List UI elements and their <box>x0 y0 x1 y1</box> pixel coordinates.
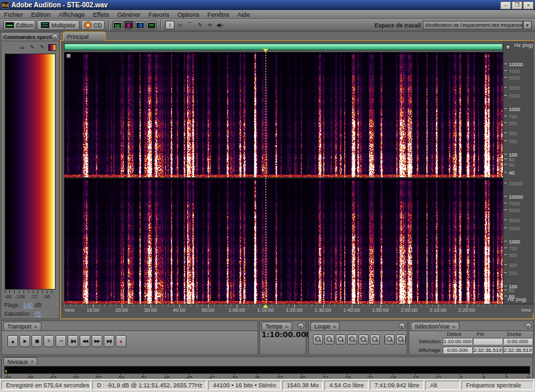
go-to-end-button[interactable]: ▶▮ <box>104 335 114 347</box>
spectral-frequency-display-button[interactable] <box>124 21 134 29</box>
overview-navigation-bar[interactable] <box>64 43 503 50</box>
panel-menu-icon[interactable]: ▸ <box>51 33 58 40</box>
workspace-dropdown-arrow-icon[interactable]: ▼ <box>523 21 532 29</box>
zoom-to-left-edge-button[interactable] <box>385 334 395 345</box>
time-display[interactable]: 1:10:00.000 <box>261 330 306 339</box>
scrub-tool[interactable]: ◀× <box>215 21 225 29</box>
spectrogram-right-channel[interactable] <box>64 179 503 304</box>
dock-grip-icon[interactable] <box>506 45 510 50</box>
menu-edition[interactable]: Edition <box>27 11 55 18</box>
field-affichage-1[interactable]: 2:32:36.519 <box>473 347 502 353</box>
close-icon[interactable]: × <box>452 324 455 330</box>
zoom-out-full-icon <box>338 336 344 342</box>
close-icon[interactable]: × <box>34 324 37 330</box>
selection-view-tab[interactable]: Sélection/Vue × <box>411 322 459 330</box>
close-icon[interactable]: × <box>31 359 34 365</box>
spectral-pan-display-button[interactable] <box>135 21 145 29</box>
edit-point-alt-icon[interactable]: ✎ <box>38 44 46 51</box>
multitrack-icon <box>41 22 49 28</box>
workspace-select[interactable]: Modification de l'espacement des fréquen… <box>423 21 523 29</box>
menu-fichier[interactable]: Fichier <box>0 11 27 18</box>
range-value[interactable]: 140 <box>23 302 33 308</box>
cd-label: CD <box>94 22 102 29</box>
menu-options[interactable]: Options <box>173 11 203 18</box>
edition-view-button[interactable]: Edition <box>3 20 35 30</box>
menu-effets[interactable]: Effets <box>89 11 113 18</box>
menu-aide[interactable]: Aide <box>233 11 254 18</box>
zoom-tab[interactable]: Loupe × <box>310 322 340 330</box>
panel-menu-icon[interactable]: ▸ <box>298 322 304 329</box>
panel-menu-icon[interactable]: ▸ <box>399 322 405 329</box>
zoom-to-right-edge-button[interactable] <box>396 334 406 345</box>
playhead-line[interactable] <box>265 52 266 304</box>
close-icon[interactable]: × <box>285 324 288 330</box>
frequency-tick <box>504 164 507 165</box>
gradient-swatch-icon[interactable] <box>48 44 56 51</box>
tab-principal[interactable]: Principal <box>63 31 106 41</box>
spectral-phase-display-button[interactable] <box>146 21 156 29</box>
time-ruler[interactable]: hms hms 10:0020:0030:0040:0050:001:00:00… <box>62 304 534 313</box>
spectrogram-left-channel[interactable] <box>64 52 503 177</box>
zoom-in-horizontal-icon: + <box>315 336 321 342</box>
frequency-label: 7000 <box>509 68 520 74</box>
close-icon[interactable]: × <box>333 324 336 330</box>
marquee-selection-tool[interactable]: ▭ <box>175 21 185 29</box>
frequency-label: 2000 <box>509 93 520 99</box>
stop-button[interactable]: ■ <box>7 335 18 347</box>
maximize-button[interactable]: ❐ <box>512 1 522 9</box>
play-button[interactable]: ▶ <box>19 335 30 347</box>
zoom-to-selection-button[interactable] <box>370 334 380 345</box>
play-to-end-button[interactable]: ↪ <box>56 335 66 347</box>
range-unit: dB <box>34 302 41 308</box>
pause-button[interactable]: ▮▮ <box>31 335 42 347</box>
field-affichage-2[interactable]: 2:32:36.519 <box>503 347 532 353</box>
panel-menu-icon[interactable]: ▸ <box>525 322 532 329</box>
waveform-display-button[interactable] <box>112 21 122 29</box>
spot-healing-brush-tool[interactable]: ✏ <box>205 21 215 29</box>
menu-affichage[interactable]: Affichage <box>55 11 89 18</box>
minimize-button[interactable]: – <box>500 1 511 9</box>
fast-forward-button[interactable]: ▶▶ <box>92 335 102 347</box>
playhead-bottom-marker[interactable] <box>263 304 268 308</box>
go-to-beginning-button[interactable]: ▮◀ <box>68 335 78 347</box>
lasso-selection-tool[interactable]: ⌒ <box>185 21 195 29</box>
frequency-label: 20000 <box>509 181 523 187</box>
time-tab[interactable]: Temps × <box>261 322 292 330</box>
multitrack-view-button[interactable]: Multipiste <box>37 20 80 30</box>
frequency-tick <box>504 116 507 116</box>
edit-point-icon[interactable]: ✎ <box>28 44 36 51</box>
playhead-top-marker[interactable] <box>263 49 268 52</box>
time-selection-tool[interactable]: I <box>165 21 175 29</box>
spectral-colormap-gradient[interactable] <box>5 54 56 290</box>
rewind-button[interactable]: ◀◀ <box>80 335 90 347</box>
play-looped-button[interactable]: ↻ <box>43 335 54 347</box>
frequency-ruler[interactable]: Hz (log) Hz (log) 1000070005000300020001… <box>503 41 534 304</box>
dock-grip-icon[interactable] <box>66 54 71 58</box>
zoom-in-horizontal-button[interactable]: + <box>313 334 323 345</box>
zoom-out-full-button[interactable] <box>336 334 346 345</box>
frequency-label: 700 <box>509 114 518 120</box>
field-sélection-2[interactable]: 0:00.000 <box>503 338 532 345</box>
menu-fenetre[interactable]: Fenêtre <box>203 11 233 18</box>
zoom-out-horizontal-button[interactable]: − <box>324 334 334 345</box>
cd-view-button[interactable]: CD <box>81 20 105 30</box>
time-tick-label: 1:00:00 <box>228 307 245 313</box>
zoom-in-vertical-button[interactable]: + <box>347 334 357 345</box>
field-sélection-0[interactable]: 1:10:00.000 <box>443 338 472 345</box>
record-button[interactable]: ● <box>116 335 126 347</box>
menu-favoris[interactable]: Favoris <box>144 11 173 18</box>
record-icon: ● <box>120 338 123 345</box>
frequency-tick <box>504 108 507 109</box>
frequency-label: 300 <box>509 130 518 136</box>
close-button[interactable]: × <box>523 1 534 9</box>
effects-paintbrush-tool[interactable]: ✎ <box>195 21 205 29</box>
field-sélection-1[interactable] <box>473 338 502 345</box>
menu-generer[interactable]: Générer <box>113 11 144 18</box>
saturation-value[interactable]: 75 <box>35 310 41 317</box>
level-meter[interactable] <box>4 366 530 374</box>
field-affichage-0[interactable]: 0:00.000 <box>443 347 472 353</box>
levels-tab[interactable]: Niveaux × <box>3 357 37 365</box>
zoom-out-vertical-button[interactable]: − <box>358 334 368 345</box>
transport-tab[interactable]: Transport × <box>3 322 41 330</box>
reset-gradient-icon[interactable]: ⚌ <box>18 44 26 51</box>
